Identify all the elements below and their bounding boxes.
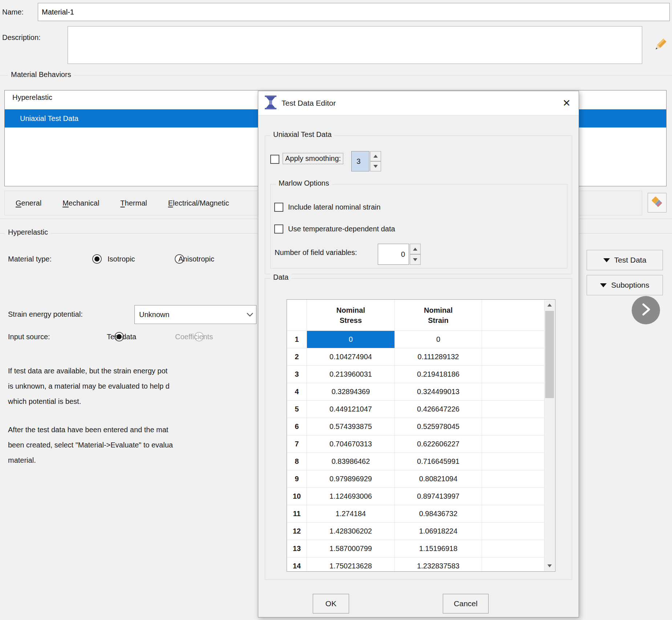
filler-cell [482, 366, 545, 383]
data-cell[interactable]: 1.15196918 [395, 540, 482, 558]
isotropic-radio[interactable] [92, 254, 102, 264]
include-lateral-strain-checkbox[interactable] [274, 203, 283, 212]
table-row: 141.7502136281.232837583 [287, 558, 545, 572]
table-row: 90.9798969290.80821094 [287, 470, 545, 488]
marlow-options-group-title: Marlow Options [276, 179, 332, 187]
info-paragraph-1: If test data are available, but the stra… [8, 363, 170, 409]
data-cell[interactable]: 1.428306202 [307, 523, 395, 540]
data-cell[interactable]: 0 [307, 331, 395, 348]
include-lateral-strain-label[interactable]: Include lateral nominal strain [288, 203, 381, 211]
edit-description-button[interactable] [649, 36, 671, 56]
data-cell[interactable]: 0.213960031 [307, 366, 395, 383]
triangle-up-icon [373, 155, 378, 158]
table-scrollbar[interactable] [544, 300, 555, 571]
data-cell[interactable]: 0.574393875 [307, 418, 395, 435]
data-cell[interactable]: 0.98436732 [395, 505, 482, 523]
data-cell[interactable]: 0.525978045 [395, 418, 482, 435]
row-number: 7 [287, 435, 307, 453]
row-number: 6 [287, 418, 307, 435]
temperature-dependent-label[interactable]: Use temperature-dependent data [288, 225, 395, 233]
spin-down-button[interactable] [370, 161, 381, 171]
filler-cell [482, 470, 545, 488]
data-cell[interactable]: 0.219418186 [395, 366, 482, 383]
apply-smoothing-checkbox[interactable] [270, 155, 279, 164]
data-cell[interactable]: 1.750213628 [307, 558, 395, 572]
data-cell[interactable]: 0.716645991 [395, 453, 482, 470]
field-variables-value[interactable]: 0 [378, 244, 409, 265]
data-cell[interactable]: 0.324499013 [395, 383, 482, 401]
test-data-table[interactable]: NominalStressNominalStrain10020.10427490… [287, 299, 555, 572]
data-cell[interactable]: 0 [395, 331, 482, 348]
scrollbar-thumb[interactable] [545, 311, 554, 398]
menu-general[interactable]: General [16, 199, 41, 207]
apply-smoothing-label[interactable]: Apply smoothing: [283, 153, 343, 164]
cancel-button[interactable]: Cancel [443, 594, 489, 613]
marlow-options-group: Marlow Options Include lateral nominal s… [270, 184, 567, 268]
data-cell[interactable]: 1.124693006 [307, 488, 395, 505]
data-cell[interactable]: 0.83986462 [307, 453, 395, 470]
spin-up-button[interactable] [410, 244, 421, 254]
delete-behavior-button[interactable] [648, 193, 667, 212]
suboptions-dropdown-button[interactable]: Suboptions [587, 275, 663, 295]
triangle-up-icon [547, 304, 552, 307]
name-input[interactable] [38, 3, 670, 21]
data-cell[interactable]: 0.897413997 [395, 488, 482, 505]
menu-electrical-magnetic[interactable]: Electrical/Magnetic [168, 199, 229, 207]
dialog-titlebar[interactable]: Test Data Editor ✕ [258, 91, 579, 116]
temperature-dependent-checkbox[interactable] [274, 224, 283, 234]
menu-thermal[interactable]: Thermal [120, 199, 147, 207]
table-row: 30.2139600310.219418186 [287, 366, 545, 383]
data-cell[interactable]: 0.704670313 [307, 435, 395, 453]
data-cell[interactable]: 0.104274904 [307, 348, 395, 366]
paragraph-line: material. [8, 453, 173, 468]
column-header-blank [482, 300, 545, 331]
spin-down-button[interactable] [410, 254, 421, 265]
row-number: 5 [287, 401, 307, 418]
data-cell[interactable]: 1.587000799 [307, 540, 395, 558]
menu-mechanical[interactable]: Mechanical [62, 199, 99, 207]
scroll-down-button[interactable] [545, 561, 555, 571]
table-header-row: NominalStressNominalStrain [287, 300, 545, 331]
data-cell[interactable]: 1.274184 [307, 505, 395, 523]
data-cell[interactable]: 0.111289132 [395, 348, 482, 366]
spin-up-button[interactable] [370, 151, 381, 161]
table-row: 60.5743938750.525978045 [287, 418, 545, 435]
data-group-title: Data [270, 273, 291, 281]
filler-cell [482, 331, 545, 348]
data-cell[interactable]: 0.32894369 [307, 383, 395, 401]
paragraph-line: After the test data have been entered an… [8, 422, 173, 437]
field-variables-label: Number of field variables: [275, 248, 357, 257]
test-data-radio-label[interactable]: Test data [107, 333, 136, 341]
paragraph-line: is unknown, a material may be evaluated … [8, 378, 170, 394]
filler-cell [482, 348, 545, 366]
data-group: Data NominalStressNominalStrain10020.104… [265, 278, 572, 580]
isotropic-radio-label[interactable]: Isotropic [108, 255, 135, 263]
test-data-dropdown-button[interactable]: Test Data [587, 250, 663, 270]
data-cell[interactable]: 0.449121047 [307, 401, 395, 418]
anisotropic-radio-label[interactable]: Anisotropic [178, 255, 214, 263]
ok-button[interactable]: OK [313, 594, 349, 613]
data-cell[interactable]: 1.232837583 [395, 558, 482, 572]
paragraph-line: been created, select "Material->Evaluate… [8, 437, 173, 453]
scroll-up-button[interactable] [545, 300, 555, 310]
triangle-down-icon [413, 258, 417, 261]
data-cell[interactable]: 0.622606227 [395, 435, 482, 453]
smoothing-value[interactable]: 3 [351, 151, 369, 171]
data-cell[interactable]: 0.426647226 [395, 401, 482, 418]
row-number: 13 [287, 540, 307, 558]
expand-panel-button[interactable] [632, 296, 660, 324]
data-cell[interactable]: 1.06918224 [395, 523, 482, 540]
table-row: 40.328943690.324499013 [287, 383, 545, 401]
list-item-hyperelastic[interactable]: Hyperelastic [12, 93, 52, 102]
close-icon[interactable]: ✕ [562, 98, 571, 108]
filler-cell [482, 540, 545, 558]
data-cell[interactable]: 0.80821094 [395, 470, 482, 488]
description-input[interactable] [68, 26, 642, 64]
smoothing-spinner[interactable]: 3 [351, 151, 381, 171]
pencil-icon [652, 37, 668, 55]
field-variables-spinner[interactable]: 0 [378, 244, 421, 265]
filler-cell [482, 383, 545, 401]
name-label: Name: [2, 8, 24, 16]
strain-energy-potential-select[interactable]: Unknown [134, 305, 256, 324]
data-cell[interactable]: 0.979896929 [307, 470, 395, 488]
